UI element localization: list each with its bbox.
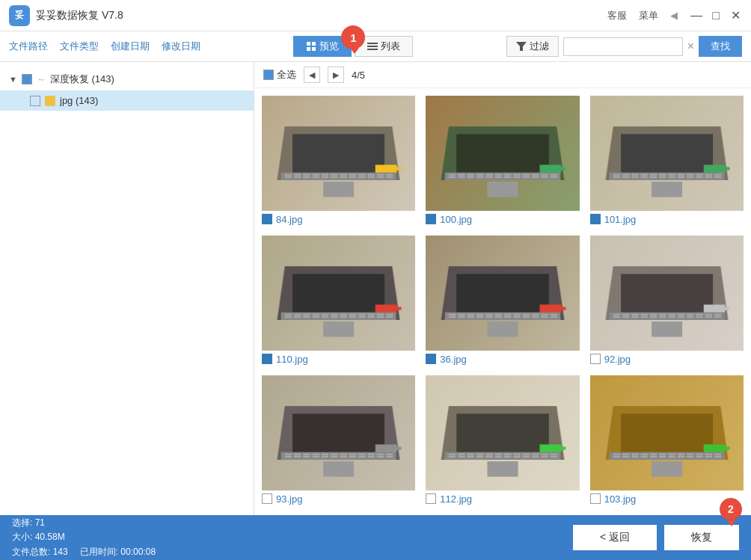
gallery-scroll[interactable]: 84.jpg100.jpg101.jpg110.jpg36.jpg92.jpg9… [254, 88, 751, 515]
svg-rect-0 [307, 42, 310, 46]
statusbar: 选择: 71 大小: 40.58M 文件总数: 143 已用时间: 00:00:… [0, 515, 751, 560]
gallery-item-filename: 103.jpg [604, 493, 637, 505]
customer-service-link[interactable]: 客服 [607, 9, 627, 22]
filter-button[interactable]: 过滤 [506, 36, 559, 57]
gallery-item-label[interactable]: 92.jpg [590, 354, 744, 365]
gallery-item-filename: 101.jpg [604, 214, 637, 225]
titlebar-right: 客服 菜单 ◀ — □ ✕ [607, 9, 742, 22]
gallery-item-checkbox[interactable] [590, 354, 601, 364]
restore-button-wrap: 2 恢复 [664, 525, 739, 550]
menu-arrow: ◀ [670, 10, 678, 21]
gallery-item: 103.jpg [590, 375, 744, 505]
gallery-item-filename: 36.jpg [440, 354, 466, 365]
gallery-item-checkbox[interactable] [590, 493, 601, 504]
select-all-checkbox[interactable] [263, 70, 274, 80]
gallery-item-label[interactable]: 112.jpg [426, 493, 579, 505]
minimize-button[interactable]: — [690, 9, 703, 22]
page-info: 4/5 [352, 70, 365, 81]
select-all[interactable]: 全选 [263, 68, 296, 81]
gallery-item-label[interactable]: 36.jpg [426, 354, 579, 365]
search-input[interactable] [563, 37, 683, 56]
window-controls: — □ ✕ [690, 9, 742, 22]
gallery-item-checkbox[interactable] [590, 214, 601, 224]
file-size: 大小: 40.58M [12, 530, 156, 544]
svg-rect-3 [312, 47, 316, 51]
toolbar: 文件路径 文件类型 创建日期 修改日期 1 预览 列表 过滤 × 查找 [0, 31, 751, 62]
gallery-item: 92.jpg [590, 236, 744, 365]
maximize-button[interactable]: □ [709, 9, 723, 22]
gallery-thumbnail[interactable] [426, 236, 579, 351]
gallery-item-checkbox[interactable] [426, 214, 436, 224]
svg-rect-4 [367, 43, 378, 44]
next-page-button[interactable]: ▶ [328, 67, 344, 83]
restore-button[interactable]: 恢复 [664, 525, 739, 550]
gallery-item: 101.jpg [590, 96, 744, 225]
clear-search-button[interactable]: × [687, 40, 694, 53]
gallery-item: 93.jpg [262, 375, 415, 505]
sidebar-item-jpg[interactable]: jpg (143) [0, 90, 254, 111]
gallery-item-filename: 112.jpg [440, 493, 472, 505]
file-count: 文件总数: 143 [12, 545, 68, 559]
svg-rect-1 [312, 42, 316, 46]
sidebar: ▼ ～ 深度恢复 (143) jpg (143) [0, 62, 254, 515]
elapsed-time: 已用时间: 00:00:08 [80, 545, 156, 559]
gallery-thumbnail[interactable] [262, 236, 415, 351]
toolbar-meta: 文件路径 文件类型 创建日期 修改日期 [9, 40, 200, 53]
collapse-arrow: ▼ [9, 75, 17, 84]
gallery-thumbnail[interactable] [590, 375, 744, 490]
gallery-header: 全选 ◀ ▶ 4/5 [254, 62, 751, 88]
list-icon [367, 43, 378, 50]
select-all-label: 全选 [277, 68, 296, 81]
sidebar-item-root[interactable]: ▼ ～ 深度恢复 (143) [0, 68, 254, 90]
status-actions: < 返回 2 恢复 [573, 525, 739, 550]
gallery-thumbnail[interactable] [426, 96, 579, 211]
app-logo: 妥 [9, 5, 30, 26]
gallery-thumbnail[interactable] [262, 375, 415, 490]
gallery-item-label[interactable]: 93.jpg [262, 493, 415, 505]
menu-link[interactable]: 菜单 [639, 9, 658, 22]
view-switcher: 1 预览 列表 [206, 36, 500, 57]
back-button[interactable]: < 返回 [573, 525, 657, 550]
gallery-item-label[interactable]: 101.jpg [590, 214, 744, 225]
jpg-icon [45, 96, 55, 106]
gallery-thumbnail[interactable] [426, 375, 579, 490]
status-info: 选择: 71 大小: 40.58M 文件总数: 143 已用时间: 00:00:… [12, 516, 156, 559]
gallery-item-filename: 84.jpg [276, 214, 302, 225]
meta-createdate[interactable]: 创建日期 [111, 40, 150, 53]
gallery-item-label[interactable]: 84.jpg [262, 214, 415, 225]
gallery-item-checkbox[interactable] [426, 354, 436, 364]
gallery-item-label[interactable]: 100.jpg [426, 214, 579, 225]
callout-2: 2 [720, 498, 742, 520]
jpg-label: jpg (143) [60, 95, 98, 106]
search-button[interactable]: 查找 [699, 36, 742, 57]
gallery-item-checkbox[interactable] [262, 354, 272, 364]
gallery-item-label[interactable]: 110.jpg [262, 354, 415, 365]
gallery-thumbnail[interactable] [590, 236, 744, 351]
gallery-thumbnail[interactable] [590, 96, 744, 211]
gallery-item: 84.jpg [262, 96, 415, 225]
gallery-grid: 84.jpg100.jpg101.jpg110.jpg36.jpg92.jpg9… [262, 96, 744, 505]
prev-page-button[interactable]: ◀ [304, 67, 320, 83]
svg-rect-5 [367, 46, 378, 47]
gallery-item: 100.jpg [426, 96, 579, 225]
grid-icon [306, 41, 316, 52]
jpg-checkbox[interactable] [30, 96, 40, 106]
filter-area: 过滤 × 查找 [506, 36, 742, 57]
callout-1: 1 [341, 25, 365, 49]
gallery-thumbnail[interactable] [262, 96, 415, 211]
main-content: ▼ ～ 深度恢复 (143) jpg (143) 全选 ◀ ▶ 4/5 84.j… [0, 62, 751, 515]
gallery-area: 全选 ◀ ▶ 4/5 84.jpg100.jpg101.jpg110.jpg36… [254, 62, 751, 515]
root-checkbox[interactable] [22, 74, 32, 84]
meta-filepath[interactable]: 文件路径 [9, 40, 48, 53]
close-button[interactable]: ✕ [729, 9, 742, 22]
gallery-item-filename: 100.jpg [440, 214, 472, 225]
gallery-item-checkbox[interactable] [262, 493, 272, 504]
app-title: 妥妥数据恢复 V7.8 [36, 9, 123, 22]
gallery-item: 112.jpg [426, 375, 579, 505]
gallery-item-checkbox[interactable] [426, 493, 436, 504]
gallery-item-checkbox[interactable] [262, 214, 272, 224]
meta-moddate[interactable]: 修改日期 [162, 40, 200, 53]
meta-filetype[interactable]: 文件类型 [60, 40, 99, 53]
titlebar: 妥 妥妥数据恢复 V7.8 客服 菜单 ◀ — □ ✕ [0, 0, 751, 31]
svg-rect-6 [367, 49, 378, 50]
